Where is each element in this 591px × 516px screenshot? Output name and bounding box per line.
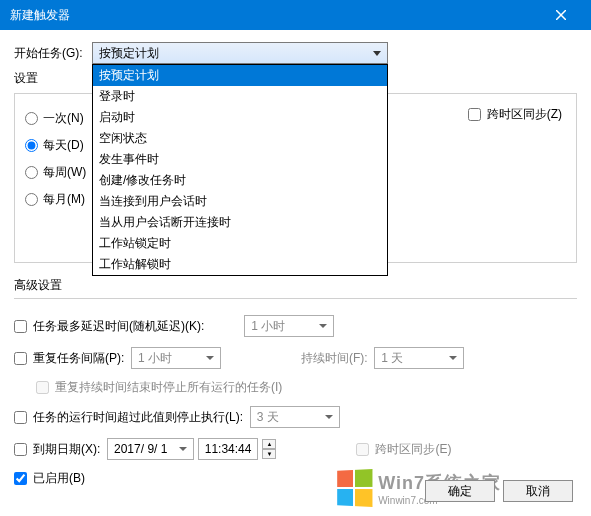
- duration-label: 持续时间(F):: [301, 350, 368, 367]
- chevron-down-icon: [206, 356, 214, 360]
- stop-if-longer-combo[interactable]: 3 天: [250, 406, 340, 428]
- sync-timezone-checkbox[interactable]: 跨时区同步(Z): [468, 106, 562, 123]
- spinner-up-icon[interactable]: ▲: [262, 439, 276, 449]
- radio-daily-input[interactable]: [25, 139, 38, 152]
- stop-if-longer-checkbox[interactable]: [14, 411, 27, 424]
- combo-option[interactable]: 工作站锁定时: [93, 233, 387, 254]
- delay-value-combo[interactable]: 1 小时: [244, 315, 334, 337]
- combo-option[interactable]: 工作站解锁时: [93, 254, 387, 275]
- expire-label: 到期日期(X):: [33, 441, 100, 458]
- combo-selected-text: 按预定计划: [99, 45, 159, 62]
- advanced-settings: 任务最多延迟时间(随机延迟)(K): 1 小时 重复任务间隔(P): 1 小时 …: [14, 298, 577, 487]
- start-task-combo[interactable]: 按预定计划: [92, 42, 388, 64]
- chevron-down-icon: [373, 51, 381, 56]
- expire-sync-tz-checkbox[interactable]: 跨时区同步(E): [356, 441, 451, 458]
- expire-checkbox[interactable]: [14, 443, 27, 456]
- close-icon: [556, 10, 566, 20]
- repeat-value-combo[interactable]: 1 小时: [131, 347, 221, 369]
- spinner-down-icon[interactable]: ▼: [262, 449, 276, 459]
- chevron-down-icon: [179, 447, 187, 451]
- combo-option[interactable]: 当从用户会话断开连接时: [93, 212, 387, 233]
- expire-time-field[interactable]: 11:34:44: [198, 438, 259, 460]
- enabled-checkbox[interactable]: [14, 472, 27, 485]
- combo-option[interactable]: 当连接到用户会话时: [93, 191, 387, 212]
- stop-all-running-checkbox: [36, 381, 49, 394]
- start-task-label: 开始任务(G):: [14, 45, 92, 62]
- cancel-button[interactable]: 取消: [503, 480, 573, 502]
- stop-all-running-label: 重复持续时间结束时停止所有运行的任务(I): [55, 379, 282, 396]
- combo-option[interactable]: 按预定计划: [93, 65, 387, 86]
- titlebar: 新建触发器: [0, 0, 591, 30]
- dialog-content: 开始任务(G): 按预定计划 按预定计划登录时启动时空闲状态发生事件时创建/修改…: [0, 30, 591, 516]
- repeat-label: 重复任务间隔(P):: [33, 350, 124, 367]
- start-task-dropdown: 按预定计划登录时启动时空闲状态发生事件时创建/修改任务时当连接到用户会话时当从用…: [92, 64, 388, 276]
- delay-label: 任务最多延迟时间(随机延迟)(K):: [33, 318, 204, 335]
- expire-sync-tz-input: [356, 443, 369, 456]
- combo-option[interactable]: 创建/修改任务时: [93, 170, 387, 191]
- radio-once-input[interactable]: [25, 112, 38, 125]
- expire-date-field[interactable]: 2017/ 9/ 1: [107, 438, 194, 460]
- ok-button[interactable]: 确定: [425, 480, 495, 502]
- radio-monthly-input[interactable]: [25, 193, 38, 206]
- repeat-checkbox[interactable]: [14, 352, 27, 365]
- combo-option[interactable]: 登录时: [93, 86, 387, 107]
- combo-option[interactable]: 发生事件时: [93, 149, 387, 170]
- duration-value-combo[interactable]: 1 天: [374, 347, 464, 369]
- combo-option[interactable]: 空闲状态: [93, 128, 387, 149]
- advanced-label: 高级设置: [14, 277, 577, 294]
- stop-if-longer-label: 任务的运行时间超过此值则停止执行(L):: [33, 409, 243, 426]
- enabled-label: 已启用(B): [33, 470, 85, 487]
- delay-checkbox[interactable]: [14, 320, 27, 333]
- chevron-down-icon: [449, 356, 457, 360]
- time-spinner[interactable]: ▲ ▼: [262, 439, 276, 459]
- radio-weekly-input[interactable]: [25, 166, 38, 179]
- close-button[interactable]: [541, 0, 581, 30]
- chevron-down-icon: [325, 415, 333, 419]
- sync-tz-input[interactable]: [468, 108, 481, 121]
- window-title: 新建触发器: [10, 7, 70, 24]
- chevron-down-icon: [319, 324, 327, 328]
- combo-option[interactable]: 启动时: [93, 107, 387, 128]
